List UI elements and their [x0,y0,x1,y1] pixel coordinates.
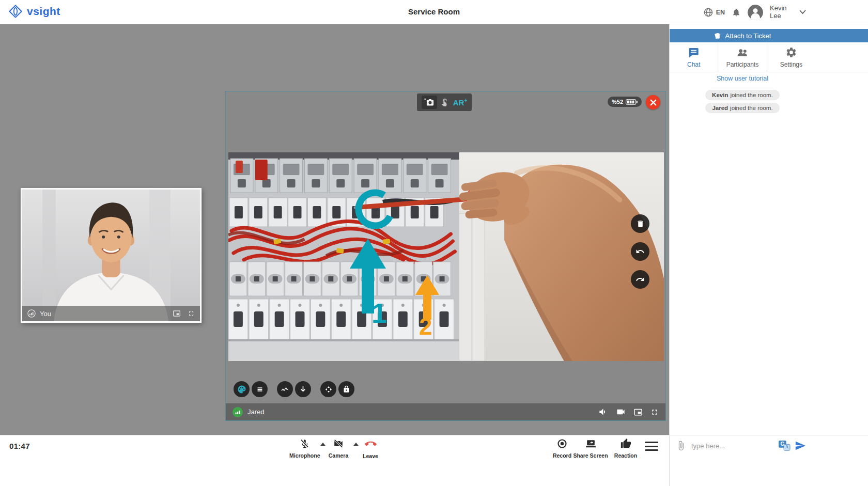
connection-signal-icon [233,407,243,417]
bottom-control-bar: 01:47 Microphone Camera Leave Recor [0,435,669,486]
translate-icon[interactable]: G [778,440,791,451]
ticket-icon [713,32,722,40]
vsight-logo[interactable]: vsight [8,4,60,19]
tab-chat[interactable]: Chat [670,42,718,72]
record-icon [556,437,568,450]
language-label: EN [716,9,725,16]
undo-button[interactable] [631,242,649,261]
self-video-feed [22,190,200,321]
settings-icon [785,46,797,58]
leave-button[interactable]: Leave [358,437,383,459]
remote-video-controls [598,407,659,417]
user-menu-button[interactable] [799,10,806,14]
sidebar: Attach to Ticket Chat Participants [669,24,868,486]
annotation-side-tools [631,214,649,289]
freehand-draw-button[interactable] [277,381,293,397]
ar-plus-label: + [464,98,467,103]
chat-input[interactable] [690,440,772,452]
close-icon [650,99,657,106]
tab-chat-label: Chat [687,61,700,68]
call-timer: 01:47 [9,442,30,450]
arrow-tool-button[interactable] [295,381,311,397]
battery-status: %52 [608,97,642,107]
palette-icon [237,385,246,394]
user-name: Kevin Lee [770,5,793,20]
battery-icon [626,99,638,105]
share-screen-button[interactable]: Share Screen [571,437,610,459]
top-bar: vsight Service Room EN Kevin Lee [0,0,868,24]
attach-to-ticket-button[interactable]: Attach to Ticket [670,29,868,42]
volume-button[interactable] [598,407,608,417]
page-title: Service Room [408,7,460,16]
globe-icon [703,7,714,18]
move-tool-button[interactable] [320,381,336,397]
tab-settings[interactable]: Settings [767,42,815,72]
battery-percent: %52 [612,99,623,105]
remote-participant-name: Jared [247,408,598,416]
close-video-button[interactable] [646,95,660,109]
fullscreen-button[interactable] [650,408,659,416]
self-video-label: You [40,310,173,318]
attach-to-ticket-label: Attach to Ticket [725,32,771,40]
user-avatar-icon[interactable] [748,5,763,20]
lock-annotations-button[interactable] [338,381,354,397]
pip-button[interactable] [633,407,643,417]
remote-name-bar: Jared [226,403,665,420]
logo-text: vsight [27,5,60,18]
language-selector[interactable]: EN [703,7,725,18]
camera-button[interactable]: Camera [324,437,352,459]
self-pip-button[interactable] [173,309,181,318]
attach-file-button[interactable] [676,440,686,451]
menu-icon [645,442,658,443]
line-thickness-button[interactable] [252,381,268,397]
remote-video-feed [228,152,664,361]
tab-participants[interactable]: Participants [718,42,766,72]
bell-icon [732,8,741,17]
reaction-icon [620,437,631,450]
chat-icon [688,46,700,58]
share-screen-icon [585,437,597,450]
lock-icon [343,385,350,393]
chat-message-list: Kevinjoined the room. Jaredjoined the ro… [670,90,815,113]
chat-input-row: G [670,435,868,486]
reaction-button[interactable]: Reaction [611,437,641,459]
notifications-button[interactable] [732,8,741,17]
remote-touch-button[interactable] [441,98,449,107]
self-fullscreen-button[interactable] [188,310,195,317]
tab-settings-label: Settings [780,61,802,68]
capture-toolbar: AR+ [417,93,472,111]
send-icon[interactable] [794,440,807,451]
video-stage: 1 2 AR+ %52 [0,24,669,435]
thickness-icon [256,385,264,394]
microphone-button[interactable]: Microphone [289,437,319,459]
snapshot-button[interactable] [422,96,437,109]
snapshot-icon [424,98,435,107]
leave-icon [365,437,377,450]
show-tutorial-link[interactable]: Show user tutorial [670,75,815,82]
vsight-logo-icon [8,4,23,19]
participants-icon [736,46,749,58]
chat-message-text: joined the room. [730,92,772,98]
touch-icon [441,98,449,107]
move-icon [324,385,333,394]
ar-mode-button[interactable]: AR+ [453,98,468,106]
remote-video-container: 1 2 AR+ %52 [225,91,666,421]
service-room-screen: vsight Service Room EN Kevin Lee [0,0,868,486]
arrow-down-icon [299,385,307,394]
mic-off-icon [299,437,310,450]
self-video-controls [173,309,195,318]
redo-button[interactable] [631,270,649,289]
top-right-controls: EN Kevin Lee [703,0,806,24]
chat-message: Jaredjoined the room. [705,103,779,113]
drawing-toolbar [234,381,354,397]
camera-off-icon [333,437,344,450]
color-picker-button[interactable] [234,381,250,397]
video-toggle-button[interactable] [616,407,626,417]
draw-icon [281,385,289,394]
delete-annotation-button[interactable] [631,214,649,233]
more-options-button[interactable] [645,442,658,451]
delete-icon [636,220,645,228]
sidebar-tabs: Chat Participants Settings [670,42,868,72]
self-video-bar: You [22,306,200,321]
chat-message-text: joined the room. [730,105,772,111]
